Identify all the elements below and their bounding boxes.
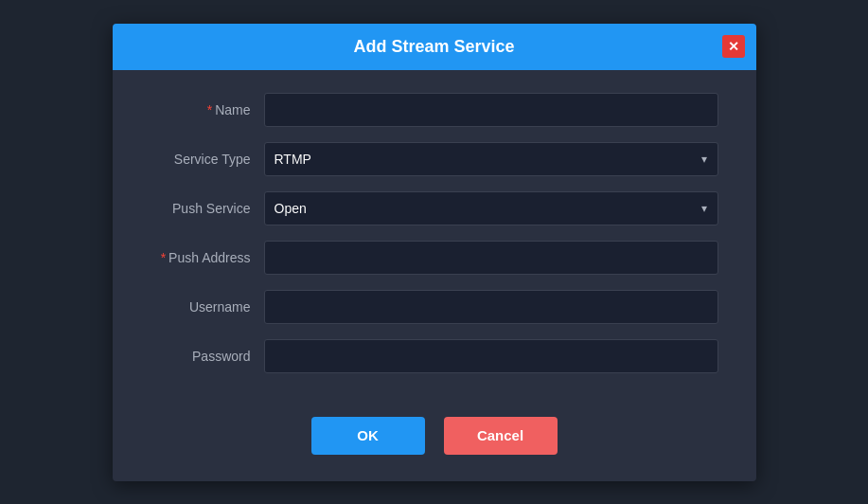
service-type-select[interactable]: RTMP RTMPS HLS — [264, 142, 718, 176]
overlay: Add Stream Service ✕ *Name Service Type … — [0, 0, 868, 504]
username-row: Username — [151, 290, 718, 324]
close-button[interactable]: ✕ — [722, 35, 745, 58]
username-label: Username — [151, 299, 264, 315]
push-service-label: Push Service — [151, 201, 264, 216]
close-icon: ✕ — [728, 39, 739, 54]
service-type-label: Service Type — [151, 152, 264, 167]
service-type-select-wrapper: RTMP RTMPS HLS ▾ — [264, 142, 718, 176]
name-required-star: * — [207, 102, 212, 117]
push-address-label: *Push Address — [151, 250, 264, 265]
push-service-row: Push Service Open Custom ▾ — [151, 191, 718, 225]
service-type-row: Service Type RTMP RTMPS HLS ▾ — [151, 142, 718, 176]
password-input[interactable] — [264, 339, 718, 373]
push-service-select-wrapper: Open Custom ▾ — [264, 191, 718, 225]
name-input[interactable] — [264, 93, 718, 127]
dialog-footer: OK Cancel — [113, 407, 756, 481]
name-row: *Name — [151, 93, 718, 127]
dialog-header: Add Stream Service ✕ — [113, 24, 756, 70]
push-service-select[interactable]: Open Custom — [264, 191, 718, 225]
name-label: *Name — [151, 102, 264, 117]
push-address-required-star: * — [161, 250, 166, 265]
username-input[interactable] — [264, 290, 718, 324]
dialog-body: *Name Service Type RTMP RTMPS HLS ▾ — [113, 70, 756, 407]
password-label: Password — [151, 349, 264, 364]
add-stream-service-dialog: Add Stream Service ✕ *Name Service Type … — [113, 24, 756, 481]
ok-button[interactable]: OK — [311, 417, 425, 455]
cancel-button[interactable]: Cancel — [444, 417, 558, 455]
password-row: Password — [151, 339, 718, 373]
push-address-input[interactable] — [264, 241, 718, 275]
dialog-title: Add Stream Service — [353, 37, 514, 57]
push-address-row: *Push Address — [151, 241, 718, 275]
